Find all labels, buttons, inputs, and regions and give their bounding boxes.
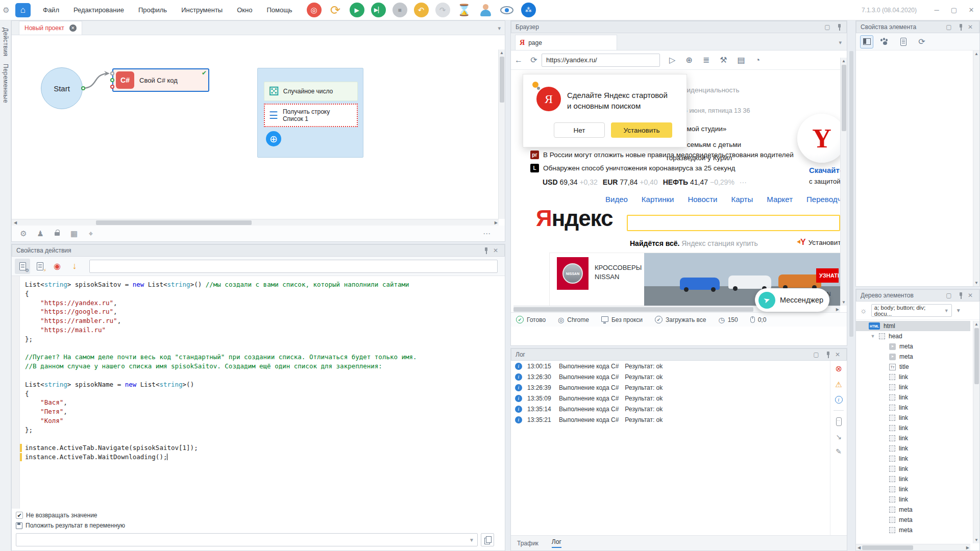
log-entry[interactable]: i13:35:21Выполнение кода C#Результат: ok bbox=[511, 414, 830, 425]
code-line[interactable]: List<string> spisokName = new List<strin… bbox=[25, 380, 417, 389]
project-tab[interactable]: Новый проект ✕ bbox=[19, 21, 82, 35]
tree-node-link[interactable]: link bbox=[856, 372, 970, 382]
tag-filter-select[interactable]: a; body; button; div; docu... ▼ bbox=[871, 304, 952, 317]
get-list-string-action[interactable]: ☰ Получить строкуСписок 1 bbox=[264, 104, 358, 127]
random-number-action[interactable]: ⚄ Случайное число bbox=[264, 82, 358, 101]
code-line[interactable]: { bbox=[25, 289, 417, 298]
database-icon[interactable]: ▤ bbox=[737, 55, 745, 65]
run-icon[interactable]: ▷ bbox=[669, 55, 675, 65]
start-output-port[interactable] bbox=[81, 86, 85, 90]
tree-node-meta[interactable]: meta bbox=[856, 515, 970, 525]
restart-button[interactable]: ⟳ bbox=[328, 3, 343, 17]
insert-down-icon[interactable]: ↓ bbox=[67, 259, 82, 274]
node-port-ok[interactable] bbox=[110, 78, 114, 82]
close-button[interactable]: ✕ bbox=[963, 0, 980, 20]
page-vertical-scrollbar[interactable]: ▲ ▼ bbox=[840, 58, 847, 306]
tree-node-link[interactable]: link bbox=[856, 443, 970, 454]
add-icon[interactable]: ⊕ bbox=[685, 55, 692, 65]
start-node[interactable]: Start bbox=[41, 67, 83, 109]
tree-node-head[interactable]: ▼head bbox=[856, 331, 970, 341]
log-entry[interactable]: i13:35:14Выполнение кода C#Результат: ok bbox=[511, 404, 830, 414]
pin-icon[interactable] bbox=[958, 292, 964, 299]
settings-icon[interactable]: ⚙ bbox=[19, 229, 28, 238]
maximize-icon[interactable]: ▢ bbox=[823, 23, 832, 31]
code-line[interactable]: //Пугает? На самом деле почти весь код "… bbox=[25, 353, 417, 362]
node-port-fail[interactable] bbox=[110, 85, 114, 89]
search-input[interactable] bbox=[627, 215, 840, 231]
code-line[interactable]: instance.ActiveTab.WaitDownloading(); bbox=[25, 453, 417, 462]
rate-item[interactable]: НЕФТЬ 41,47 −0,29% bbox=[663, 178, 734, 186]
redo-button[interactable]: ↷ bbox=[435, 3, 450, 17]
tree-node-link[interactable]: link bbox=[856, 403, 970, 413]
profile-icon[interactable]: ♟ bbox=[36, 229, 45, 238]
service-link-карты[interactable]: Карты bbox=[731, 195, 753, 204]
target-icon[interactable]: ⌖ bbox=[86, 229, 95, 238]
back-icon[interactable]: ← bbox=[511, 56, 526, 65]
errors-filter-icon[interactable]: ⊗ bbox=[835, 364, 842, 373]
tagline-suggestion[interactable]: Яндекс станция купить bbox=[681, 239, 757, 247]
menu-item-окно[interactable]: Окно bbox=[230, 0, 259, 20]
url-input[interactable] bbox=[542, 54, 660, 67]
tree-node-title[interactable]: Tтtitle bbox=[856, 362, 970, 372]
home-button[interactable]: ⌂ bbox=[15, 3, 31, 17]
news-item[interactable]: LОбнаружен способ уничтожения коронавиру… bbox=[530, 164, 735, 172]
set-default-link[interactable]: Y Установить bbox=[800, 238, 840, 247]
document-icon[interactable]: ≣ bbox=[703, 55, 709, 65]
pin-icon[interactable] bbox=[825, 351, 831, 358]
news-headline[interactable]: В России могут отложить новые правила ме… bbox=[543, 151, 794, 159]
highlight-icon[interactable]: ☼ bbox=[860, 306, 867, 315]
tree-node-link[interactable]: link bbox=[856, 423, 970, 433]
globe-icon[interactable]: ⊕ bbox=[266, 131, 281, 146]
menu-item-редактирование[interactable]: Редактирование bbox=[66, 0, 131, 20]
code-line[interactable]: "Вася", bbox=[25, 398, 417, 407]
service-link-видео[interactable]: Видео bbox=[605, 195, 628, 204]
service-link-картинки[interactable]: Картинки bbox=[642, 195, 674, 204]
action-search-input[interactable] bbox=[89, 260, 498, 273]
log-entry[interactable]: i13:26:39Выполнение кода C#Результат: ok bbox=[511, 382, 830, 393]
action-group-node[interactable]: ⚄ Случайное число ☰ Получить строкуСписо… bbox=[257, 68, 363, 158]
dock-tab-actions[interactable]: Действия bbox=[2, 28, 9, 57]
browser-tab[interactable]: Я page bbox=[515, 35, 617, 50]
close-icon[interactable]: ✕ bbox=[491, 247, 500, 254]
step-button[interactable]: ▶▏ bbox=[371, 3, 386, 17]
tree-horizontal-scrollbar[interactable]: ◀ ▶ bbox=[856, 544, 970, 550]
tools-icon[interactable]: ⚒ bbox=[720, 55, 727, 65]
code-line[interactable]: "https://yandex.ru", bbox=[25, 298, 417, 308]
variable-select[interactable]: ▼ bbox=[16, 533, 478, 546]
service-link-маркет[interactable]: Маркет bbox=[767, 195, 793, 204]
tree-node-link[interactable]: link bbox=[856, 474, 970, 484]
info-filter-icon[interactable]: i bbox=[835, 396, 843, 404]
maximize-icon[interactable]: ▢ bbox=[944, 292, 953, 299]
undo-button[interactable]: ↶ bbox=[414, 3, 429, 17]
maximize-button[interactable]: ▢ bbox=[945, 0, 963, 20]
record-button[interactable]: ◎ bbox=[307, 3, 322, 17]
menu-item-файл[interactable]: Файл bbox=[36, 0, 66, 20]
grid-icon[interactable]: ▦ bbox=[69, 229, 79, 238]
messenger-popup[interactable]: ➤ Мессенджер bbox=[755, 288, 829, 312]
refresh-icon[interactable]: ⟳ bbox=[915, 35, 928, 48]
tree-node-link[interactable]: link bbox=[856, 464, 970, 474]
play-button[interactable]: ▶ bbox=[350, 3, 364, 17]
news-item[interactable]: ргВ России могут отложить новые правила … bbox=[530, 151, 794, 159]
eye-button[interactable] bbox=[500, 3, 514, 17]
code-line[interactable]: "https://mail.ru" bbox=[25, 325, 417, 335]
rate-item[interactable]: USD 69,34 +0,32 bbox=[543, 178, 598, 186]
maximize-icon[interactable]: ▢ bbox=[944, 23, 953, 31]
cookie-icon[interactable]: ◔ bbox=[755, 56, 761, 65]
news-headline[interactable]: Обнаружен способ уничтожения коронавирус… bbox=[543, 164, 735, 172]
tree-node-link[interactable]: link bbox=[856, 454, 970, 464]
panel-view-icon[interactable] bbox=[860, 35, 873, 48]
browser-viewport[interactable]: 0+ нфиденциальность ан 26 июня, пятница … bbox=[513, 70, 840, 318]
checkbox-no-return[interactable]: ✔ bbox=[16, 512, 23, 519]
network-button[interactable]: ⁂ bbox=[521, 3, 536, 17]
minimize-button[interactable]: ─ bbox=[928, 0, 945, 20]
tree-node-link[interactable]: link bbox=[856, 484, 970, 494]
tree-vertical-scrollbar[interactable]: ▲ ▼ bbox=[973, 321, 979, 543]
close-icon[interactable]: ✕ bbox=[966, 23, 975, 31]
dialog-no-button[interactable]: Нет bbox=[554, 122, 605, 138]
tree-node-link[interactable]: link bbox=[856, 392, 970, 403]
node-port-in[interactable] bbox=[110, 71, 114, 76]
copy-variable-button[interactable] bbox=[481, 533, 494, 546]
tree-node-link[interactable]: link bbox=[856, 494, 970, 505]
chevron-down-icon[interactable]: ▼ bbox=[956, 308, 961, 313]
